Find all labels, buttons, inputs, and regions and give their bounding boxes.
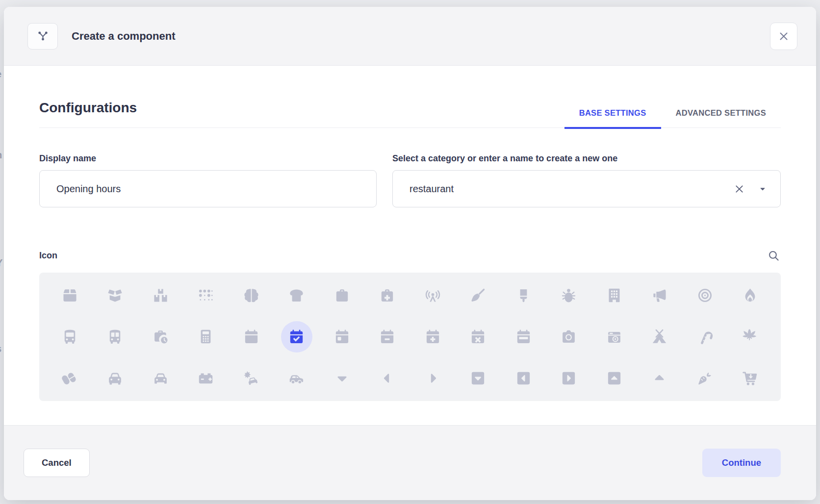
- briefcase-medical-icon[interactable]: [365, 275, 410, 316]
- settings-tabs: BASE SETTINGSADVANCED SETTINGS: [564, 108, 781, 128]
- car-battery-icon[interactable]: [183, 357, 229, 399]
- form-fields: Display name Select a category or enter …: [39, 153, 781, 207]
- screen: enrYts Create a component Configurations…: [0, 0, 820, 504]
- calendar-icon[interactable]: [229, 316, 274, 358]
- icon-label: Icon: [39, 251, 57, 261]
- car-side-icon[interactable]: [274, 357, 320, 399]
- modal-footer: Cancel Continue: [4, 425, 816, 500]
- broom-icon[interactable]: [456, 275, 501, 316]
- cannabis-icon[interactable]: [728, 316, 773, 358]
- bus-alt-icon[interactable]: [93, 316, 138, 358]
- car-crash-icon[interactable]: [229, 357, 274, 399]
- box-open-icon[interactable]: [93, 275, 138, 316]
- box-icon[interactable]: [47, 275, 93, 316]
- briefcase-icon[interactable]: [319, 275, 365, 316]
- close-icon: [778, 30, 790, 42]
- tab-base-settings[interactable]: BASE SETTINGS: [564, 108, 661, 129]
- close-button[interactable]: [770, 23, 797, 50]
- calendar-minus-icon[interactable]: [365, 316, 410, 358]
- category-label: Select a category or enter a name to cre…: [392, 153, 781, 164]
- camera-icon[interactable]: [546, 316, 592, 358]
- caret-down-icon[interactable]: [319, 357, 365, 399]
- caret-down-icon[interactable]: [757, 183, 769, 195]
- tab-advanced-settings[interactable]: ADVANCED SETTINGS: [661, 108, 781, 129]
- capsules-icon[interactable]: [47, 357, 93, 399]
- calendar-check-icon[interactable]: [274, 316, 320, 358]
- continue-button[interactable]: Continue: [702, 449, 781, 477]
- icon-picker-grid: [39, 273, 781, 401]
- campground-icon[interactable]: [637, 316, 683, 358]
- brain-icon[interactable]: [229, 275, 274, 316]
- display-name-label: Display name: [39, 153, 377, 164]
- calendar-times-icon[interactable]: [456, 316, 501, 358]
- icon-section-header: Icon: [39, 249, 781, 263]
- component-branch-icon: [27, 23, 58, 50]
- caret-square-down-icon[interactable]: [456, 357, 501, 399]
- backdrop-fragment: e: [0, 69, 1, 80]
- caret-right-icon[interactable]: [410, 357, 456, 399]
- cancel-button[interactable]: Cancel: [24, 449, 90, 477]
- search-icon[interactable]: [767, 249, 781, 263]
- camera-retro-icon[interactable]: [591, 316, 637, 358]
- calendar-week-icon[interactable]: [501, 316, 546, 358]
- category-select[interactable]: [392, 170, 781, 207]
- caret-square-left-icon[interactable]: [501, 357, 546, 399]
- page-title: Configurations: [39, 100, 137, 116]
- display-name-input[interactable]: [55, 183, 364, 195]
- carrot-icon[interactable]: [682, 357, 728, 399]
- bug-icon[interactable]: [546, 275, 592, 316]
- backdrop-fragment: Y: [0, 257, 2, 269]
- modal-title: Create a component: [72, 30, 176, 43]
- burn-icon[interactable]: [728, 275, 773, 316]
- calendar-day-icon[interactable]: [319, 316, 365, 358]
- modal-body: Configurations BASE SETTINGSADVANCED SET…: [4, 66, 816, 425]
- bullhorn-icon[interactable]: [637, 275, 683, 316]
- create-component-modal: Create a component Configurations BASE S…: [4, 7, 816, 500]
- bullseye-icon[interactable]: [682, 275, 728, 316]
- bus-icon[interactable]: [47, 316, 93, 358]
- display-name-field-group: Display name: [39, 153, 377, 207]
- building-icon[interactable]: [591, 275, 637, 316]
- car-icon[interactable]: [93, 357, 138, 399]
- caret-square-right-icon[interactable]: [546, 357, 592, 399]
- braille-icon[interactable]: [183, 275, 229, 316]
- caret-up-icon[interactable]: [637, 357, 683, 399]
- modal-header: Create a component: [4, 7, 816, 66]
- calendar-plus-icon[interactable]: [410, 316, 456, 358]
- caret-square-up-icon[interactable]: [591, 357, 637, 399]
- backdrop-fragment: s: [0, 343, 1, 354]
- calculator-icon[interactable]: [183, 316, 229, 358]
- clear-x-icon[interactable]: [732, 181, 747, 197]
- category-field-group: Select a category or enter a name to cre…: [392, 153, 781, 207]
- category-select-controls: [732, 181, 769, 197]
- category-input[interactable]: [409, 183, 732, 195]
- display-name-input-wrap: [39, 170, 377, 207]
- candy-cane-icon[interactable]: [682, 316, 728, 358]
- bread-slice-icon[interactable]: [274, 275, 320, 316]
- car-alt-icon[interactable]: [138, 357, 183, 399]
- broadcast-tower-icon[interactable]: [410, 275, 456, 316]
- cart-arrow-down-icon[interactable]: [728, 357, 773, 399]
- boxes-icon[interactable]: [138, 275, 183, 316]
- backdrop-fragment: n: [0, 150, 2, 161]
- brush-icon[interactable]: [501, 275, 546, 316]
- caret-left-icon[interactable]: [365, 357, 410, 399]
- business-time-icon[interactable]: [138, 316, 183, 358]
- configurations-header-row: Configurations BASE SETTINGSADVANCED SET…: [39, 100, 781, 128]
